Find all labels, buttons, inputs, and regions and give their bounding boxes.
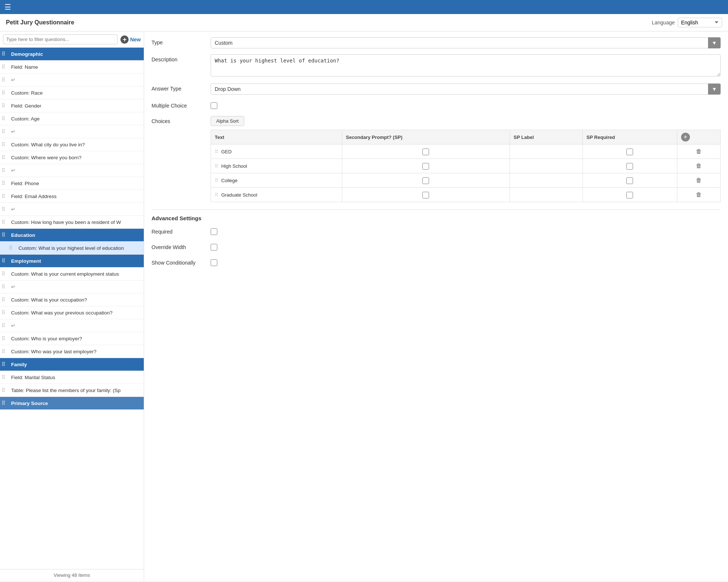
list-item[interactable]: ⠿ Custom: How long have you been a resid… [0,216,144,229]
delete-choice-button[interactable]: 🗑 [696,148,702,155]
sp-required-checkbox[interactable] [626,163,633,170]
drag-handle-icon: ⠿ [1,90,9,96]
item-spacer-label: ↵ [11,323,141,329]
list-item-spacer[interactable]: ⠿ ↵ [0,319,144,332]
item-label: Custom: What is your occupation? [11,297,141,303]
secondary-prompt-checkbox[interactable] [422,192,429,198]
row-drag-handle-icon: ⠿ [215,163,218,169]
list-item-spacer[interactable]: ⠿ ↵ [0,125,144,138]
delete-choice-button[interactable]: 🗑 [696,177,702,184]
list-item[interactable]: ⠿ Field: Gender [0,99,144,112]
required-checkbox[interactable] [211,228,217,235]
item-spacer-label: ↵ [11,167,141,173]
delete-choice-button[interactable]: 🗑 [696,163,702,169]
multiple-choice-checkbox[interactable] [211,102,217,109]
item-label: Field: Gender [11,103,141,109]
item-label: Field: Phone [11,181,141,186]
list-item[interactable]: ⠿ Custom: What is your occupation? [0,293,144,306]
override-width-checkbox[interactable] [211,244,217,251]
sp-required-cell [583,188,677,202]
answer-type-select[interactable]: Drop Down Text Radio Checkbox Date [211,84,721,95]
list-item[interactable]: ⠿ Custom: Age [0,112,144,125]
new-button[interactable]: + New [120,35,141,44]
choice-row-ged: ⠿ GED 🗑 [211,144,721,159]
override-width-row: Override Width [152,242,721,252]
section-family[interactable]: ⠿ Family [0,358,144,371]
list-item-selected[interactable]: ⠿ Custom: What is your highest level of … [0,242,144,255]
drag-handle-icon: ⠿ [1,142,9,147]
right-panel: Type Custom Field Table Spacer ▼ Descrip… [144,31,728,581]
hamburger-icon[interactable]: ☰ [4,3,11,11]
show-conditionally-checkbox[interactable] [211,259,217,266]
list-item[interactable]: ⠿ Custom: What city do you live in? [0,138,144,151]
choices-control: Alpha Sort Text Secondary Prompt? (SP) S… [211,116,721,202]
section-employment[interactable]: ⠿ Employment [0,255,144,268]
list-item[interactable]: ⠿ Field: Phone [0,177,144,190]
answer-type-control: Drop Down Text Radio Checkbox Date ▼ [211,84,721,95]
list-item[interactable]: ⠿ Custom: What was your previous occupat… [0,306,144,319]
search-input[interactable] [3,34,118,44]
sp-required-checkbox[interactable] [626,177,633,184]
drag-handle-icon: ⠿ [1,336,9,341]
drag-handle-icon: ⠿ [1,206,9,212]
secondary-prompt-cell [342,173,510,188]
language-area: Language English Spanish French [652,18,722,27]
list-item[interactable]: ⠿ Field: Marital Status [0,371,144,384]
secondary-prompt-checkbox[interactable] [422,149,429,155]
item-spacer-label: ↵ [11,206,141,212]
type-select-wrapper: Custom Field Table Spacer ▼ [211,37,721,48]
item-label: Custom: What is your current employment … [11,271,141,277]
drag-handle-icon: ⠿ [1,374,9,380]
list-item[interactable]: ⠿ Custom: Who is your employer? [0,332,144,345]
language-label: Language [652,20,675,25]
list-item-spacer[interactable]: ⠿ ↵ [0,280,144,293]
list-item[interactable]: ⠿ Custom: Where were you born? [0,151,144,164]
delete-choice-button[interactable]: 🗑 [696,191,702,198]
sp-required-checkbox[interactable] [626,192,633,198]
secondary-prompt-checkbox[interactable] [422,163,429,170]
description-textarea[interactable]: What is your highest level of education? [211,54,721,76]
new-button-label: New [130,37,141,42]
list-item-spacer[interactable]: ⠿ ↵ [0,164,144,177]
list-item-spacer[interactable]: ⠿ ↵ [0,74,144,86]
drag-handle-icon: ⠿ [1,116,9,122]
row-drag-handle-icon: ⠿ [215,192,218,198]
drag-handle-icon: ⠿ [1,103,9,109]
answer-type-row: Answer Type Drop Down Text Radio Checkbo… [152,84,721,95]
choice-text-cell: ⠿ GED [211,144,342,159]
language-select[interactable]: English Spanish French [678,18,722,27]
language-select-wrapper: English Spanish French [678,18,722,27]
choices-row: Choices Alpha Sort Text Secondary Prompt… [152,116,721,202]
description-control: What is your highest level of education? [211,54,721,78]
sp-required-cell [583,144,677,159]
description-label: Description [152,54,211,62]
secondary-prompt-cell [342,188,510,202]
drag-handle-icon: ⠿ [1,77,9,83]
list-item[interactable]: ⠿ Table: Please list the members of your… [0,384,144,397]
list-item[interactable]: ⠿ Custom: Who was your last employer? [0,345,144,358]
section-primary-source[interactable]: ⠿ Primary Source [0,397,144,410]
sp-required-checkbox[interactable] [626,149,633,155]
list-item[interactable]: ⠿ Custom: Race [0,86,144,99]
alpha-sort-button[interactable]: Alpha Sort [211,116,244,126]
type-select[interactable]: Custom Field Table Spacer [211,37,721,48]
list-item[interactable]: ⠿ Field: Name [0,61,144,74]
secondary-prompt-cell [342,159,510,173]
drag-handle-icon: ⠿ [1,129,9,135]
type-control: Custom Field Table Spacer ▼ [211,37,721,48]
delete-cell: 🗑 [677,188,720,202]
section-label: Employment [11,258,141,264]
choice-text-cell: ⠿ College [211,173,342,188]
section-education[interactable]: ⠿ Education [0,229,144,242]
override-width-control [211,242,721,252]
required-row: Required [152,227,721,236]
override-width-label: Override Width [152,242,211,250]
add-choice-button[interactable]: + [681,133,690,142]
secondary-prompt-checkbox[interactable] [422,177,429,184]
section-demographic[interactable]: ⠿ Demographic [0,48,144,61]
list-item-spacer[interactable]: ⠿ ↵ [0,203,144,216]
list-item[interactable]: ⠿ Custom: What is your current employmen… [0,268,144,280]
drag-handle-icon: ⠿ [1,232,9,238]
list-item[interactable]: ⠿ Field: Email Address [0,190,144,203]
title-bar: Petit Jury Questionnaire Language Englis… [0,14,728,31]
